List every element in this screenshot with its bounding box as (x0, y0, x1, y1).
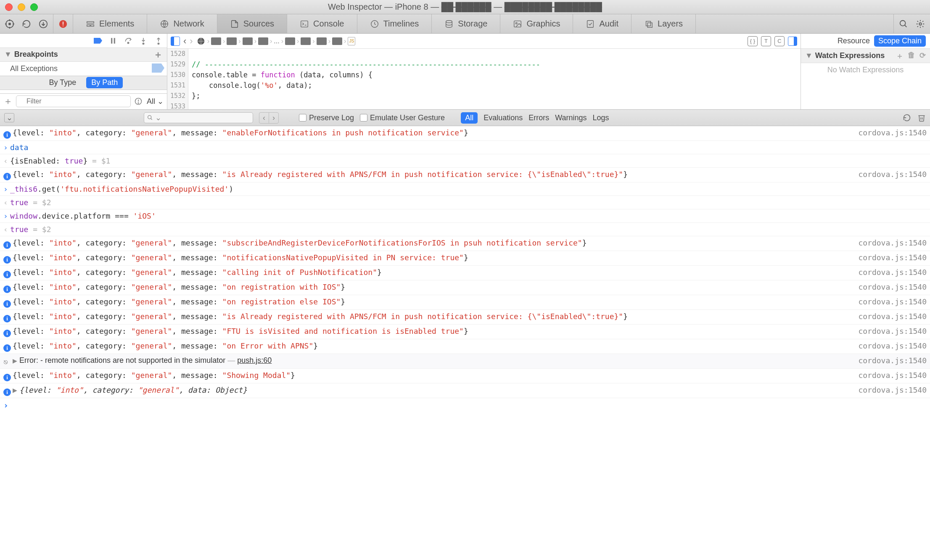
source-link[interactable]: cordova.js:1540 (858, 169, 927, 180)
source-link[interactable]: cordova.js:1540 (858, 237, 927, 248)
source-link[interactable]: cordova.js:1540 (858, 127, 927, 138)
source-link[interactable]: cordova.js:1540 (858, 281, 927, 293)
tab-elements[interactable]: Elements (73, 14, 147, 33)
tab-graphics[interactable]: Graphics (500, 14, 573, 33)
gc-icon[interactable] (902, 113, 912, 122)
nav-forward-icon[interactable]: › (190, 36, 193, 47)
watch-expressions-header[interactable]: ▼ Watch Expressions ＋ 🗑 ⟳ (801, 49, 930, 63)
nav-back-icon[interactable]: ‹ (183, 36, 186, 47)
console-error-row[interactable]: ⎋▶Error: - remote notifications are not … (0, 354, 930, 369)
tab-layers[interactable]: Layers (631, 14, 696, 33)
inspect-element-icon[interactable] (4, 18, 15, 29)
search-prev-icon[interactable]: ‹ (259, 113, 269, 123)
add-watch-icon[interactable]: ＋ (896, 51, 904, 61)
console-prompt[interactable]: › (0, 398, 930, 413)
console-log-row[interactable]: i{level: "into", category: "general", me… (0, 236, 930, 251)
source-link[interactable]: cordova.js:1540 (858, 311, 927, 322)
console-filter-warnings[interactable]: Warnings (555, 114, 587, 122)
console-input-row[interactable]: ›data (0, 141, 930, 154)
breakpoint-all-exceptions[interactable]: All Exceptions (0, 62, 167, 76)
preserve-log-checkbox[interactable]: Preserve Log (299, 114, 354, 122)
scope-chain-tab[interactable]: Scope Chain (874, 35, 926, 47)
path-breadcrumb[interactable]: › › › › ›... › › › › ›JS (196, 37, 356, 46)
download-icon[interactable] (38, 18, 49, 29)
tab-timelines[interactable]: Timelines (357, 14, 432, 33)
scope-by-path[interactable]: By Path (86, 77, 123, 88)
toggle-navigator-icon[interactable] (171, 37, 180, 46)
source-link[interactable]: cordova.js:1540 (858, 355, 927, 366)
console-search[interactable]: ⌄ (144, 112, 253, 123)
console-filter-errors[interactable]: Errors (528, 114, 549, 122)
breakpoint-toggle-icon[interactable] (94, 38, 102, 44)
source-link[interactable]: cordova.js:1540 (858, 296, 927, 307)
console-log-row[interactable]: i{level: "into", category: "general", me… (0, 266, 930, 280)
console-filter-all[interactable]: All (461, 112, 478, 124)
error-badge-icon[interactable] (58, 18, 69, 29)
console-output-row[interactable]: ‹{isEnabled: true} = $1 (0, 154, 930, 168)
type-annotations-icon[interactable]: T (761, 36, 771, 46)
filter-input[interactable] (16, 95, 131, 107)
disclosure-triangle-icon[interactable]: ▶ (13, 355, 19, 366)
source-link[interactable]: push.js:60 (237, 356, 272, 365)
settings-gear-icon[interactable] (915, 18, 926, 29)
close-window-button[interactable] (5, 3, 13, 11)
step-over-icon[interactable] (124, 37, 132, 45)
search-next-icon[interactable]: › (269, 113, 278, 123)
pretty-print-icon[interactable]: { } (748, 36, 758, 46)
tab-storage[interactable]: Storage (432, 14, 500, 33)
reload-icon[interactable] (21, 18, 32, 29)
emulate-gesture-checkbox[interactable]: Emulate User Gesture (360, 114, 445, 122)
tab-sources[interactable]: Sources (217, 14, 287, 33)
resource-tab[interactable]: Resource (838, 37, 870, 45)
globe-icon (196, 37, 206, 46)
console-log-row[interactable]: i{level: "into", category: "general", me… (0, 369, 930, 383)
search-icon[interactable] (898, 18, 909, 29)
console-log-row[interactable]: i{level: "into", category: "general", me… (0, 126, 930, 141)
breakpoints-section-header[interactable]: ▼ Breakpoints ＋ (0, 48, 167, 61)
step-out-icon[interactable] (154, 37, 163, 45)
code-coverage-icon[interactable]: C (774, 36, 785, 46)
source-link[interactable]: cordova.js:1540 (858, 267, 927, 278)
console-output-row[interactable]: ‹true = $2 (0, 223, 930, 236)
console-log-row[interactable]: i{level: "into", category: "general", me… (0, 325, 930, 339)
add-breakpoint-icon[interactable]: ＋ (153, 48, 163, 61)
console-log-row[interactable]: i▶{level: "into", category: "general", d… (0, 383, 930, 398)
source-link[interactable]: cordova.js:1540 (858, 252, 927, 263)
toggle-details-icon[interactable] (788, 37, 797, 46)
resource-tree[interactable]: ▶assets ▶images (0, 90, 167, 93)
source-link[interactable]: cordova.js:1540 (858, 384, 927, 396)
minimize-window-button[interactable] (18, 3, 25, 11)
console-toggle-icon[interactable]: ⌄ (4, 113, 14, 122)
console-filter-logs[interactable]: Logs (593, 114, 609, 122)
console-output[interactable]: i{level: "into", category: "general", me… (0, 126, 930, 413)
console-input-row[interactable]: ›window.device.platform === 'iOS' (0, 209, 930, 223)
console-log-row[interactable]: i{level: "into", category: "general", me… (0, 251, 930, 266)
console-output-row[interactable]: ‹true = $2 (0, 196, 930, 209)
console-log-row[interactable]: i{level: "into", category: "general", me… (0, 295, 930, 310)
tab-network[interactable]: Network (147, 14, 217, 33)
refresh-watch-icon[interactable]: ⟳ (919, 51, 926, 61)
source-link[interactable]: cordova.js:1540 (858, 340, 927, 351)
console-log-row[interactable]: i{level: "into", category: "general", me… (0, 310, 930, 325)
console-log-row[interactable]: i{level: "into", category: "general", me… (0, 339, 930, 354)
console-input-row[interactable]: ›_this6.get('ftu.notificationsNativePopu… (0, 182, 930, 196)
pause-icon[interactable] (109, 37, 117, 45)
scope-by-type[interactable]: By Type (44, 77, 82, 88)
maximize-window-button[interactable] (30, 3, 38, 11)
console-log-row[interactable]: i{level: "into", category: "general", me… (0, 280, 930, 295)
clear-console-icon[interactable] (917, 114, 926, 122)
issues-filter-icon[interactable] (134, 97, 143, 106)
source-link[interactable]: cordova.js:1540 (858, 325, 927, 337)
source-link[interactable]: cordova.js:1540 (858, 370, 927, 381)
tab-console[interactable]: Console (287, 14, 357, 33)
disclosure-triangle-icon[interactable]: ▶ (13, 384, 19, 396)
tab-audit[interactable]: Audit (573, 14, 631, 33)
filter-all-select[interactable]: All ⌄ (147, 97, 164, 106)
code-editor[interactable]: 15281529153015311532153315341535 // ----… (167, 49, 801, 109)
add-resource-icon[interactable]: ＋ (3, 95, 13, 108)
step-into-icon[interactable] (139, 37, 148, 45)
clear-watch-icon[interactable]: 🗑 (908, 51, 915, 61)
console-log-row[interactable]: i{level: "into", category: "general", me… (0, 168, 930, 182)
svg-point-36 (138, 103, 139, 104)
console-filter-evaluations[interactable]: Evaluations (483, 114, 523, 122)
